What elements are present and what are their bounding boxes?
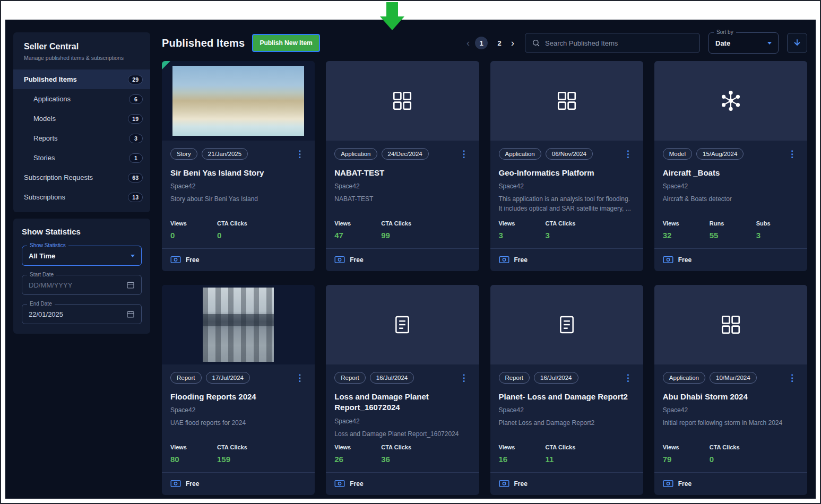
date-badge: 17/Jul/2024 (206, 372, 250, 384)
card-author: Space42 (170, 183, 306, 190)
show-statistics-panel: Show Statistics Show Statistics All Time… (13, 219, 150, 334)
calendar-icon[interactable] (126, 310, 135, 318)
stat-value: 80 (170, 455, 217, 464)
download-button[interactable] (787, 33, 807, 53)
sort-by-select[interactable]: Sort by Date (708, 32, 779, 54)
stat-label: CTA Clicks (381, 220, 411, 227)
banknote-icon (170, 256, 181, 264)
calendar-icon[interactable] (126, 281, 135, 289)
end-date-field[interactable]: End Date (22, 304, 142, 324)
price-label: Free (350, 256, 363, 264)
stat-value: 3 (756, 231, 771, 240)
sidebar-item-stories[interactable]: Stories 1 (13, 148, 150, 168)
stat-label: Views (499, 220, 546, 227)
more-menu-icon[interactable]: ⋮ (621, 372, 635, 384)
price-row: Free (170, 473, 306, 488)
sidebar-title: Seller Central (24, 42, 142, 51)
card-description: Planet Loss and Damage Report2 (499, 419, 635, 428)
price-row: Free (170, 249, 306, 264)
item-card[interactable]: Model 15/Aug/2024 ⋮ Aircraft _Boats Spac… (654, 61, 807, 271)
search-input[interactable] (545, 39, 693, 47)
start-date-field[interactable]: Start Date (22, 275, 142, 295)
stat-value: 26 (334, 455, 381, 464)
stat-label: Subs (756, 220, 771, 227)
sidebar-item-applications[interactable]: Applications 6 (13, 89, 150, 109)
end-date-input[interactable] (29, 310, 126, 318)
nav-label: Models (33, 115, 56, 123)
end-date-label: End Date (27, 301, 55, 307)
page-title: Published Items (162, 37, 245, 49)
more-menu-icon[interactable]: ⋮ (785, 149, 799, 160)
sidebar-item-subscription-requests[interactable]: Subscription Requests 63 (13, 168, 150, 187)
page-button-2[interactable]: 2 (493, 37, 506, 49)
more-menu-icon[interactable]: ⋮ (785, 372, 799, 384)
item-card[interactable]: Application 10/Mar/2024 ⋮ Abu Dhabi Stor… (654, 285, 807, 495)
card-thumbnail (326, 61, 479, 141)
card-title: Flooding Reports 2024 (170, 392, 306, 402)
stat-label: CTA Clicks (546, 444, 576, 450)
stat-value: 99 (381, 231, 411, 240)
arrow-head (380, 16, 404, 30)
date-badge: 24/Dec/2024 (382, 148, 429, 160)
start-date-input[interactable] (29, 281, 126, 289)
more-menu-icon[interactable]: ⋮ (293, 372, 306, 384)
stat-value: 32 (663, 231, 710, 240)
sidebar-item-models[interactable]: Models 19 (13, 109, 150, 128)
publish-new-item-button[interactable]: Publish New Item (252, 34, 319, 52)
card-author: Space42 (499, 183, 635, 190)
stat-label: CTA Clicks (217, 220, 247, 227)
statistics-period-select[interactable]: Show Statistics All Time (22, 246, 142, 266)
count-badge: 3 (129, 134, 143, 143)
stat-label: Views (663, 220, 710, 227)
card-thumbnail (654, 61, 807, 141)
price-label: Free (678, 480, 692, 488)
cards-grid: Story 21/Jan/2025 ⋮ Sir Beni Yas Island … (162, 61, 807, 495)
page-button-1[interactable]: 1 (475, 37, 488, 49)
banknote-icon (663, 480, 673, 488)
nav-label: Applications (33, 95, 71, 103)
download-arrow-icon (792, 38, 802, 48)
sidebar-item-reports[interactable]: Reports 3 (13, 128, 150, 148)
report-icon (392, 314, 413, 335)
more-menu-icon[interactable]: ⋮ (293, 149, 306, 160)
next-page-icon[interactable]: › (511, 38, 514, 48)
item-card[interactable]: Application 06/Nov/2024 ⋮ Geo-Informatic… (490, 61, 643, 271)
type-badge: Application (499, 148, 541, 160)
stat-label: Views (499, 444, 546, 450)
sidebar-subtitle: Manage published items & subscriptions (24, 55, 142, 61)
sidebar-item-published-items[interactable]: Published Items 29 (13, 69, 150, 89)
annotation-arrow-icon (380, 2, 404, 30)
item-card[interactable]: Report 16/Jul/2024 ⋮ Loss and Damage Pla… (326, 285, 479, 495)
card-thumbnail (326, 285, 479, 364)
price-label: Free (514, 480, 528, 488)
stat-value: 47 (334, 231, 381, 240)
price-row: Free (663, 249, 799, 264)
stat-label: Views (334, 220, 381, 227)
more-menu-icon[interactable]: ⋮ (621, 149, 635, 160)
item-card[interactable]: Story 21/Jan/2025 ⋮ Sir Beni Yas Island … (162, 61, 315, 271)
card-title: Planet- Loss and Damage Report2 (499, 392, 635, 402)
more-menu-icon[interactable]: ⋮ (457, 372, 471, 384)
stat-value: 3 (499, 231, 546, 240)
card-title: Abu Dhabi Storm 2024 (663, 392, 799, 402)
stat-value: 55 (710, 231, 756, 240)
type-badge: Application (334, 148, 377, 160)
search-box[interactable] (525, 33, 700, 53)
type-badge: Model (663, 148, 692, 160)
item-card[interactable]: Application 24/Dec/2024 ⋮ NABAT-TEST Spa… (326, 61, 479, 271)
nav-label: Subscription Requests (24, 173, 93, 181)
item-card[interactable]: Report 17/Jul/2024 ⋮ Flooding Reports 20… (162, 285, 315, 495)
card-thumbnail (654, 285, 807, 364)
sidebar-item-subscriptions[interactable]: Subscriptions 13 (13, 187, 150, 207)
stat-label: CTA Clicks (217, 444, 247, 450)
arrow-stem (386, 2, 398, 16)
count-badge: 29 (128, 75, 143, 84)
count-badge: 63 (128, 173, 143, 183)
count-badge: 1 (129, 153, 143, 163)
prev-page-icon[interactable]: ‹ (466, 38, 470, 48)
more-menu-icon[interactable]: ⋮ (457, 149, 471, 160)
item-card[interactable]: Report 16/Jul/2024 ⋮ Planet- Loss and Da… (490, 285, 643, 495)
date-badge: 06/Nov/2024 (546, 148, 593, 160)
card-description: Initial report following storm in March … (663, 419, 799, 428)
stat-label: Views (170, 220, 217, 227)
